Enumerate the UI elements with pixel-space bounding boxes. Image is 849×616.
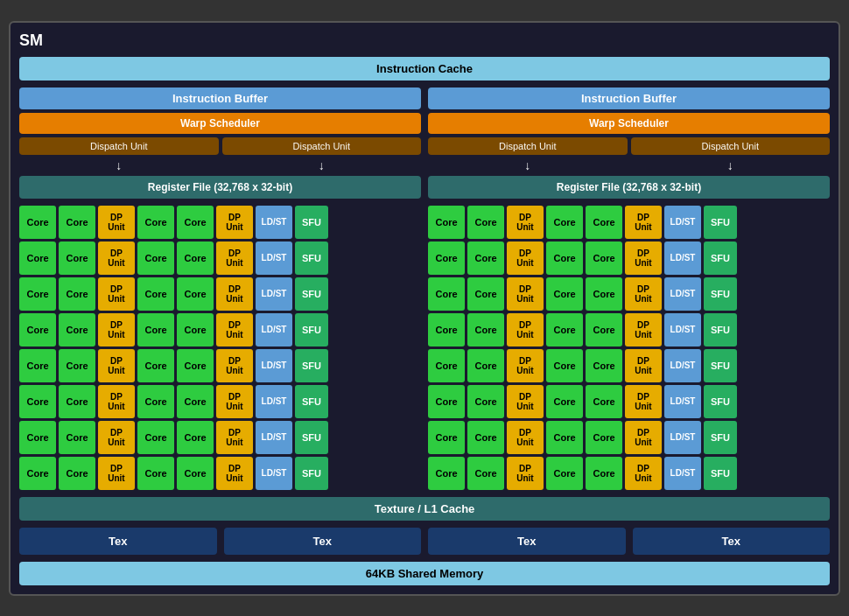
core-cell: Core (586, 313, 622, 346)
sfu-cell: SFU (704, 349, 737, 382)
half-cores: CoreCoreDPUnitCoreCoreDPUnitLD/STSFUCore… (19, 206, 421, 490)
dp-unit-cell: DPUnit (625, 242, 662, 275)
core-cell: Core (177, 313, 214, 346)
left-dispatch-unit-2: Dispatch Unit (222, 137, 422, 155)
core-cell: Core (19, 313, 56, 346)
dp-unit-cell: DPUnit (216, 421, 253, 454)
core-row: CoreCoreDPUnitCoreCoreDPUnitLD/STSFU (428, 277, 830, 311)
core-cell: Core (59, 206, 95, 239)
core-cell: Core (467, 277, 504, 311)
ldst-cell: LD/ST (664, 349, 701, 382)
core-cell: Core (59, 385, 95, 418)
sfu-cell: SFU (704, 206, 737, 239)
sfu-cell: SFU (295, 242, 328, 275)
core-cell: Core (467, 206, 504, 239)
core-cell: Core (59, 313, 95, 346)
core-cell: Core (546, 385, 583, 418)
core-cell: Core (137, 313, 174, 346)
dp-unit-cell: DPUnit (216, 277, 253, 311)
core-cell: Core (137, 385, 174, 418)
core-cell: Core (19, 242, 56, 275)
core-cell: Core (586, 206, 622, 239)
sfu-cell: SFU (295, 206, 328, 239)
ldst-cell: LD/ST (664, 421, 701, 454)
sfu-cell: SFU (704, 457, 737, 490)
sfu-cell: SFU (295, 277, 328, 311)
dp-unit-cell: DPUnit (507, 313, 544, 346)
core-cell: Core (546, 277, 583, 311)
ldst-cell: LD/ST (256, 349, 292, 382)
core-cell: Core (177, 349, 214, 382)
core-cell: Core (177, 277, 214, 311)
sfu-cell: SFU (295, 313, 328, 346)
core-cell: Core (467, 242, 504, 275)
core-cell: Core (177, 206, 214, 239)
sfu-cell: SFU (704, 242, 737, 275)
left-instruction-buffer: Instruction Buffer (19, 88, 421, 109)
right-warp-scheduler: Warp Scheduler (428, 113, 830, 134)
core-cell: Core (59, 421, 95, 454)
left-arrow-1: ↓ (19, 158, 219, 172)
core-cell: Core (137, 277, 174, 311)
dp-unit-cell: DPUnit (98, 349, 135, 382)
tex-2: Tex (224, 528, 422, 555)
tex-3: Tex (428, 528, 626, 555)
core-cell: Core (546, 349, 583, 382)
core-cell: Core (59, 242, 95, 275)
left-dispatch-unit-1: Dispatch Unit (19, 137, 219, 155)
dp-unit-cell: DPUnit (98, 277, 135, 311)
right-arrow-1: ↓ (428, 158, 628, 172)
ldst-cell: LD/ST (256, 421, 292, 454)
core-row: CoreCoreDPUnitCoreCoreDPUnitLD/STSFU (428, 313, 830, 346)
core-cell: Core (467, 421, 504, 454)
ldst-cell: LD/ST (256, 313, 292, 346)
top-section: Instruction Buffer Warp Scheduler Dispat… (19, 88, 830, 199)
dp-unit-cell: DPUnit (216, 385, 253, 418)
core-cell: Core (428, 242, 465, 275)
core-cell: Core (428, 385, 465, 418)
core-cell: Core (586, 421, 622, 454)
dp-unit-cell: DPUnit (98, 313, 135, 346)
core-cell: Core (19, 349, 56, 382)
ldst-cell: LD/ST (256, 242, 292, 275)
half-cores: CoreCoreDPUnitCoreCoreDPUnitLD/STSFUCore… (428, 206, 830, 490)
tex-4: Tex (633, 528, 831, 555)
core-cell: Core (137, 457, 174, 490)
ldst-cell: LD/ST (664, 242, 701, 275)
sfu-cell: SFU (704, 385, 737, 418)
dp-unit-cell: DPUnit (216, 206, 253, 239)
core-row: CoreCoreDPUnitCoreCoreDPUnitLD/STSFU (19, 421, 421, 454)
core-row: CoreCoreDPUnitCoreCoreDPUnitLD/STSFU (428, 421, 830, 454)
sfu-cell: SFU (295, 421, 328, 454)
ldst-cell: LD/ST (664, 385, 701, 418)
core-cell: Core (19, 277, 56, 311)
dp-unit-cell: DPUnit (507, 206, 544, 239)
core-cell: Core (428, 313, 465, 346)
ldst-cell: LD/ST (664, 457, 701, 490)
ldst-cell: LD/ST (256, 457, 292, 490)
right-dispatch-unit-2: Dispatch Unit (631, 137, 831, 155)
core-row: CoreCoreDPUnitCoreCoreDPUnitLD/STSFU (428, 349, 830, 382)
core-cell: Core (177, 242, 214, 275)
right-half: Instruction Buffer Warp Scheduler Dispat… (428, 88, 830, 199)
core-cell: Core (428, 206, 465, 239)
core-row: CoreCoreDPUnitCoreCoreDPUnitLD/STSFU (19, 313, 421, 346)
sfu-cell: SFU (295, 385, 328, 418)
core-cell: Core (586, 242, 622, 275)
texture-cache: Texture / L1 Cache (19, 497, 830, 521)
dp-unit-cell: DPUnit (216, 457, 253, 490)
dp-unit-cell: DPUnit (216, 242, 253, 275)
core-cell: Core (467, 349, 504, 382)
core-cell: Core (59, 457, 95, 490)
core-cell: Core (586, 385, 622, 418)
dp-unit-cell: DPUnit (625, 421, 662, 454)
sfu-cell: SFU (704, 421, 737, 454)
dp-unit-cell: DPUnit (507, 421, 544, 454)
dp-unit-cell: DPUnit (98, 242, 135, 275)
shared-memory: 64KB Shared Memory (19, 562, 830, 585)
core-row: CoreCoreDPUnitCoreCoreDPUnitLD/STSFU (19, 385, 421, 418)
core-cell: Core (586, 457, 622, 490)
dp-unit-cell: DPUnit (507, 385, 544, 418)
core-cell: Core (59, 349, 95, 382)
right-dispatch-unit-1: Dispatch Unit (428, 137, 628, 155)
